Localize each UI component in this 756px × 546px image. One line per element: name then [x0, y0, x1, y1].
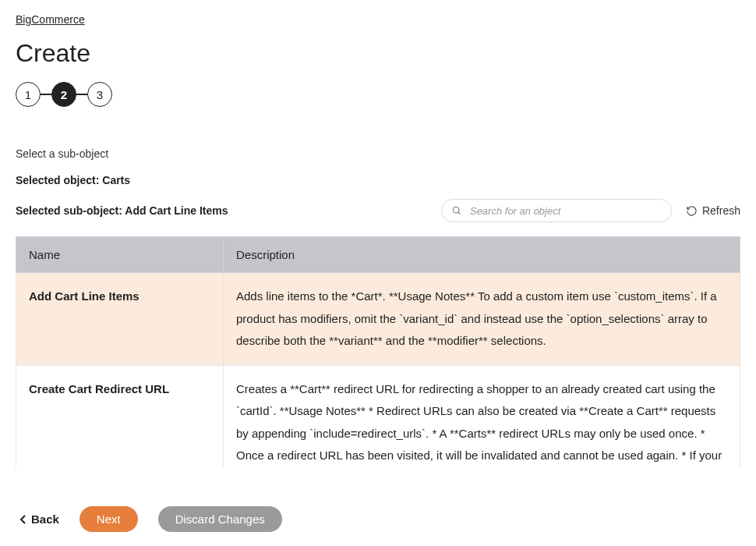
back-label: Back [31, 512, 59, 526]
svg-line-1 [458, 212, 461, 214]
stepper: 1 2 3 [16, 82, 740, 107]
table-row[interactable]: Add Cart Line Items Adds line items to t… [16, 273, 740, 366]
breadcrumb[interactable]: BigCommerce [16, 13, 85, 26]
step-1[interactable]: 1 [16, 82, 41, 107]
step-3[interactable]: 3 [87, 82, 112, 107]
selected-subobject-line: Selected sub-object: Add Cart Line Items [16, 204, 228, 217]
step-connector [76, 94, 87, 95]
selected-object-value: Carts [102, 174, 130, 186]
back-button[interactable]: Back [20, 512, 59, 526]
th-name: Name [16, 237, 224, 273]
subobject-table: Name Description Add Cart Line Items Add… [16, 236, 740, 467]
discard-button[interactable]: Discard Changes [158, 506, 282, 532]
selected-object-prefix: Selected object: [16, 174, 102, 186]
page-title: Create [16, 39, 740, 68]
svg-point-0 [453, 207, 459, 213]
row-description: Creates a **Cart** redirect URL for redi… [224, 365, 740, 467]
search-box[interactable] [441, 199, 672, 222]
footer: Back Next Discard Changes [0, 492, 756, 546]
refresh-button[interactable]: Refresh [686, 204, 740, 217]
step-2[interactable]: 2 [51, 82, 76, 107]
row-name: Create Cart Redirect URL [16, 365, 224, 467]
row-description: Adds line items to the *Cart*. **Usage N… [224, 273, 740, 366]
selected-subobject-value: Add Cart Line Items [125, 204, 228, 217]
search-input[interactable] [470, 205, 662, 217]
instructions-text: Select a sub-object [16, 147, 740, 160]
selected-subobject-prefix: Selected sub-object: [16, 204, 125, 217]
row-name: Add Cart Line Items [16, 273, 224, 366]
refresh-icon [686, 205, 698, 217]
chevron-left-icon [20, 515, 26, 524]
refresh-label: Refresh [702, 204, 740, 217]
search-icon [451, 205, 462, 216]
selected-object-line: Selected object: Carts [16, 174, 740, 186]
step-connector [41, 94, 51, 95]
table-row[interactable]: Create Cart Redirect URL Creates a **Car… [16, 365, 740, 467]
th-description: Description [224, 237, 740, 273]
next-button[interactable]: Next [79, 506, 138, 532]
